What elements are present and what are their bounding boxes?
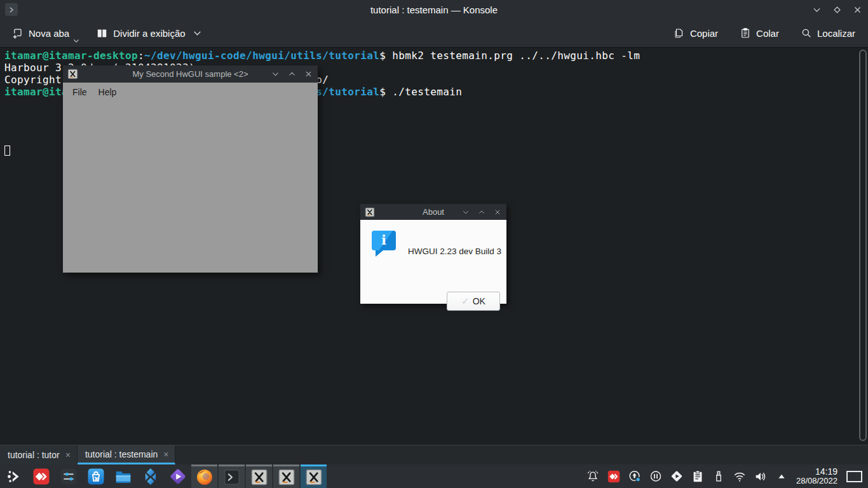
split-view-icon (96, 27, 108, 39)
media-player-icon[interactable] (164, 464, 191, 488)
check-icon: ✓ (461, 295, 470, 307)
hwgui-menubar: FileHelp (63, 83, 318, 97)
terminal-line: itamar@itamar-desktop:~/dev/hwgui-code/h… (4, 50, 640, 62)
copy-label: Copiar (690, 28, 718, 39)
new-tab-label: Nova aba (29, 28, 69, 39)
chevron-down-icon (193, 30, 201, 36)
task-hwgui[interactable] (246, 464, 272, 488)
usb-device-icon[interactable] (712, 470, 726, 484)
paste-icon (740, 27, 751, 39)
tab-close-icon[interactable]: × (163, 449, 168, 459)
clock-date: 28/08/2022 (796, 477, 837, 486)
terminal-scrollbar[interactable] (859, 50, 867, 441)
pause-icon[interactable] (649, 470, 663, 484)
paste-label: Colar (756, 28, 779, 39)
notifications-icon[interactable] (586, 470, 600, 484)
window-title: tutorial : testemain — Konsole (0, 4, 868, 15)
expand-icon[interactable] (775, 470, 789, 484)
split-view-button[interactable]: Dividir a exibição (92, 24, 205, 43)
maximize-icon[interactable] (830, 3, 844, 17)
clock-time: 14:19 (796, 466, 837, 477)
hwgui-client-area: FileHelp (63, 83, 318, 273)
task-hwgui[interactable] (273, 464, 299, 488)
find-button[interactable]: Localizar (797, 24, 859, 43)
close-icon[interactable] (850, 3, 864, 17)
tab-tutorial-testemain[interactable]: tutorial : testemain× (78, 445, 176, 464)
minimize-icon[interactable] (271, 70, 280, 78)
tab-tutorial-tutor[interactable]: tutorial : tutor× (0, 445, 78, 464)
wifi-icon[interactable] (733, 470, 747, 484)
tab-label: tutorial : tutor (8, 450, 60, 460)
hwgui-titlebar[interactable]: My Second HwGUI sample <2> (63, 65, 318, 83)
close-icon[interactable] (304, 70, 313, 78)
task-firefox[interactable] (191, 464, 217, 488)
paste-button[interactable]: Colar (736, 24, 783, 43)
new-tab-button[interactable]: Nova aba (8, 24, 83, 43)
media-player-tray-icon[interactable] (670, 470, 684, 484)
about-body: i HWGUI 2.23 dev Build 3 ✓ OK (360, 220, 506, 304)
clipboard-icon[interactable] (691, 470, 705, 484)
tab-close-icon[interactable]: × (65, 450, 71, 460)
chevron-down-icon (73, 39, 79, 43)
new-tab-icon (11, 27, 24, 39)
about-message: HWGUI 2.23 dev Build 3 (406, 247, 501, 256)
about-dialog: About i HWGUI 2.23 dev Build 3 ✓ OK (360, 204, 506, 304)
hwgui-sample-window: My Second HwGUI sample <2> FileHelp (63, 65, 318, 273)
find-label: Localizar (817, 28, 855, 39)
split-view-label: Dividir a exibição (113, 28, 185, 39)
task-konsole[interactable] (219, 464, 245, 488)
ok-label: OK (473, 296, 485, 306)
kodi-icon[interactable] (137, 464, 164, 488)
taskbar-panel: 14:19 28/08/2022 (0, 464, 868, 488)
terminal-cursor (4, 146, 10, 156)
dolphin-icon[interactable] (109, 464, 137, 488)
show-desktop-button[interactable] (846, 471, 862, 482)
menu-help[interactable]: Help (97, 87, 118, 97)
updates-icon[interactable] (628, 470, 642, 484)
maximize-icon[interactable] (288, 70, 296, 78)
copy-icon (674, 27, 685, 39)
tab-label: tutorial : testemain (85, 449, 158, 459)
tab-bar: tutorial : tutor×tutorial : testemain× (0, 445, 868, 464)
info-icon: i (372, 231, 396, 250)
konsole-toolbar: Nova aba Dividir a exibição Copiar Colar (0, 19, 868, 48)
minimize-icon[interactable] (462, 208, 470, 216)
ok-button[interactable]: ✓ OK (447, 292, 500, 311)
task-hwgui-active[interactable] (301, 464, 327, 488)
clock-widget[interactable]: 14:19 28/08/2022 (796, 466, 837, 486)
menu-file[interactable]: File (71, 87, 88, 97)
volume-icon[interactable] (754, 470, 768, 484)
quick-access-icon[interactable] (27, 464, 55, 488)
app-launcher-icon[interactable] (0, 464, 27, 488)
maximize-icon[interactable] (478, 208, 485, 216)
discover-icon[interactable] (82, 464, 109, 488)
copy-button[interactable]: Copiar (670, 24, 722, 43)
konsole-titlebar: tutorial : testemain — Konsole (0, 0, 868, 19)
settings-sliders-icon[interactable] (55, 464, 82, 488)
quick-access-icon[interactable] (607, 470, 621, 484)
close-icon[interactable] (494, 208, 501, 216)
search-icon (801, 27, 812, 39)
minimize-icon[interactable] (810, 3, 824, 17)
about-titlebar[interactable]: About (360, 204, 506, 220)
